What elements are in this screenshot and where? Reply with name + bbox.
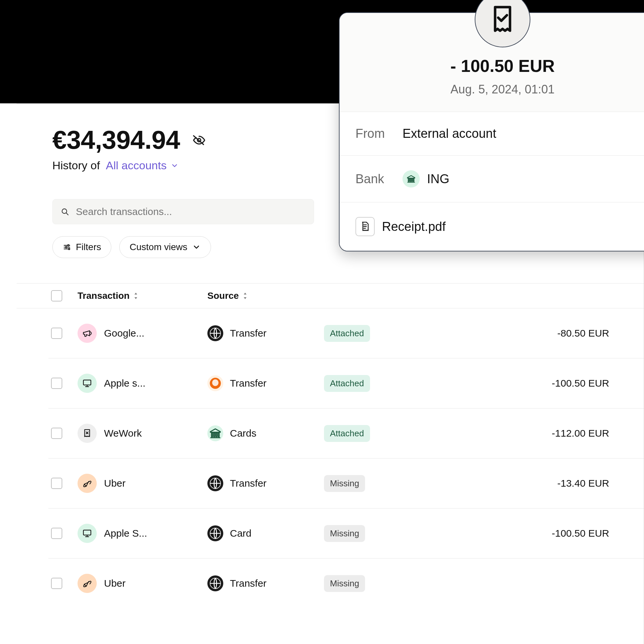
accounts-selector-label: All accounts <box>106 159 167 172</box>
filters-button[interactable]: Filters <box>52 236 111 258</box>
row-checkbox[interactable] <box>51 578 62 589</box>
receipt-badge: Attached <box>324 425 370 442</box>
file-icon <box>360 221 370 232</box>
megaphone-icon <box>78 324 97 343</box>
table-row[interactable]: Google... Transfer Attached -80.50 EUR <box>48 308 644 358</box>
column-transaction[interactable]: Transaction <box>74 291 203 301</box>
detail-attachment-row[interactable]: Receipt.pdf <box>340 202 644 251</box>
bank-icon <box>406 174 416 184</box>
detail-attachment-name: Receipt.pdf <box>382 220 446 234</box>
bank-chip <box>403 170 420 188</box>
receipt-check-icon <box>488 3 517 36</box>
detail-from-label: From <box>355 127 395 141</box>
source-label: Transfer <box>230 478 267 489</box>
source-label: Card <box>230 528 251 539</box>
merchant-name: Apple S... <box>104 528 147 539</box>
select-all-checkbox[interactable] <box>51 290 62 301</box>
transactions-table: Transaction Source Google... Transfer <box>17 283 644 608</box>
globe-icon <box>207 525 223 541</box>
merchant-name: Uber <box>104 578 126 589</box>
receipt-x-icon <box>78 424 97 443</box>
eye-off-icon <box>192 134 206 147</box>
sort-icon <box>133 292 139 299</box>
amount-cell: -112.00 EUR <box>414 428 611 439</box>
amount-cell: -13.40 EUR <box>414 478 611 489</box>
merchant-name: WeWork <box>104 428 142 439</box>
monitor-icon <box>78 374 97 393</box>
file-icon-box <box>355 217 375 236</box>
column-transaction-label: Transaction <box>78 291 130 301</box>
merchant-name: Uber <box>104 478 126 489</box>
row-checkbox[interactable] <box>51 478 62 489</box>
globe-icon <box>207 475 223 491</box>
search-input[interactable] <box>75 206 306 218</box>
column-source-label: Source <box>207 291 239 301</box>
detail-bank-label: Bank <box>355 172 395 186</box>
globe-icon <box>207 575 223 591</box>
source-label: Transfer <box>230 328 267 339</box>
search-icon <box>61 207 69 216</box>
merchant-name: Google... <box>104 328 144 339</box>
source-label: Cards <box>230 428 256 439</box>
detail-amount: - 100.50 EUR <box>349 56 644 76</box>
source-label: Transfer <box>230 578 267 589</box>
amount-cell: -100.50 EUR <box>414 528 611 539</box>
history-label: History of <box>52 159 100 172</box>
transaction-detail-popover: - 100.50 EUR Aug. 5, 2024, 01:01 From Ex… <box>339 12 644 251</box>
table-row[interactable]: WeWork Cards Attached -112.00 EUR <box>48 408 644 458</box>
detail-bank-name: ING <box>427 172 450 186</box>
accounts-selector[interactable]: All accounts <box>106 159 179 172</box>
row-checkbox[interactable] <box>51 428 62 439</box>
detail-date: Aug. 5, 2024, 01:01 <box>349 82 644 96</box>
table-header-row: Transaction Source <box>17 283 644 308</box>
table-row[interactable]: Uber Transfer Missing <box>48 558 644 608</box>
receipt-badge: Attached <box>324 325 370 342</box>
source-label: Transfer <box>230 378 267 389</box>
receipt-badge: Missing <box>324 575 365 592</box>
receipt-badge: Missing <box>324 475 365 492</box>
custom-views-label: Custom views <box>130 242 187 252</box>
table-row[interactable]: Uber Transfer Missing -13.40 EUR <box>48 458 644 508</box>
search-input-wrapper[interactable] <box>52 199 314 224</box>
rocket-icon <box>78 474 97 493</box>
receipt-badge: Attached <box>324 375 370 392</box>
lion-icon <box>207 375 223 391</box>
row-checkbox[interactable] <box>51 528 62 539</box>
receipt-badge: Missing <box>324 525 365 542</box>
monitor-icon <box>78 524 97 543</box>
chevron-down-icon <box>171 162 179 170</box>
chevron-down-icon <box>192 243 201 251</box>
filters-label: Filters <box>76 242 101 252</box>
globe-icon <box>207 325 223 341</box>
row-checkbox[interactable] <box>51 328 62 339</box>
account-balance: €34,394.94 <box>52 125 180 155</box>
amount-cell: -80.50 EUR <box>414 328 611 339</box>
detail-bank-row: Bank ING <box>340 156 644 202</box>
bank-icon <box>207 425 223 441</box>
amount-cell: -100.50 EUR <box>414 378 611 389</box>
detail-from-value: External account <box>403 127 496 141</box>
merchant-name: Apple s... <box>104 378 145 389</box>
rocket-icon <box>78 574 97 593</box>
table-row[interactable]: Apple s... Transfer Attached -100.50 EUR <box>48 358 644 408</box>
row-checkbox[interactable] <box>51 378 62 389</box>
custom-views-button[interactable]: Custom views <box>119 236 211 258</box>
toggle-balance-visibility[interactable] <box>192 133 206 147</box>
detail-from-row: From External account <box>340 112 644 156</box>
column-source[interactable]: Source <box>207 291 320 301</box>
table-row[interactable]: Apple S... Card Missing -100.50 EUR <box>48 508 644 558</box>
sliders-icon <box>63 243 71 251</box>
sort-icon <box>242 292 248 299</box>
main-panel: €34,394.94 History of All accounts Filte… <box>17 103 644 644</box>
